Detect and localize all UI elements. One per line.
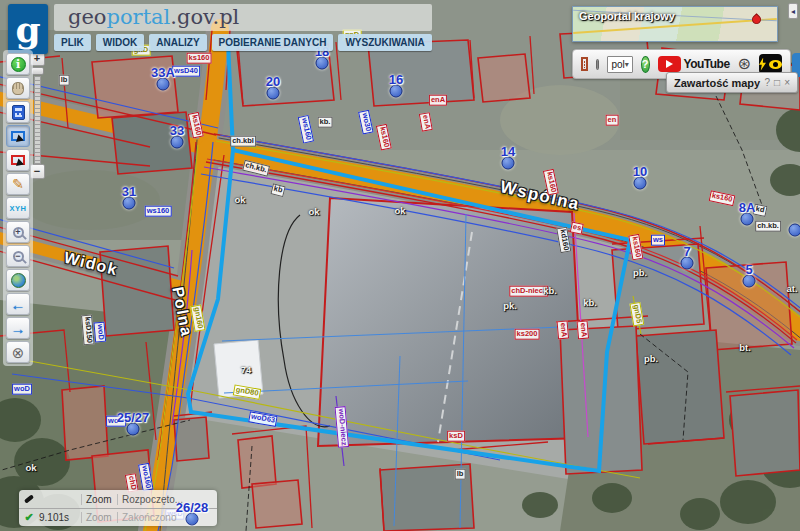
contrast-toggle[interactable] — [759, 54, 782, 74]
arrow-right-icon: → — [11, 321, 26, 336]
map-toolbar: i✎XYH+−←→⊗ — [3, 50, 33, 366]
select-rectangle-red-icon — [11, 155, 25, 165]
status-row-running: ZoomRozpoczęto... — [19, 490, 217, 508]
overview-map[interactable]: Geoportal krajowy — [572, 6, 778, 42]
pan-tool[interactable] — [6, 77, 30, 99]
title-govpl: .gov.pl — [170, 5, 239, 29]
overview-collapse-button[interactable]: ◂ — [788, 3, 798, 19]
youtube-link[interactable]: YouTube — [658, 56, 730, 72]
status-message: Zakończono — [117, 512, 217, 523]
settings-wheel-icon[interactable]: ⊛ — [738, 56, 751, 72]
menu-item-wyszukiwania[interactable]: WYSZUKIWANIA — [338, 34, 431, 51]
eye-icon — [769, 60, 782, 69]
title-geo: geo — [68, 5, 107, 29]
previous-view-tool[interactable]: ← — [6, 293, 30, 315]
attribute-table-icon — [12, 105, 25, 120]
globe-icon — [11, 273, 26, 288]
pencil-icon: ✎ — [12, 177, 24, 191]
select-red-rect-tool[interactable] — [6, 149, 30, 171]
panel-controls: ? □ × — [765, 77, 790, 88]
site-title: geoportal.gov.pl — [54, 4, 432, 31]
check-icon: ✔ — [24, 511, 33, 524]
xyh-coordinates-icon: XYH — [10, 204, 27, 213]
close-circle-icon: ⊗ — [12, 345, 25, 360]
map-contents-panel[interactable]: Zawartość mapy ? □ × — [666, 72, 798, 93]
language-select[interactable]: pol▾ — [607, 56, 632, 73]
process-icon — [24, 494, 34, 503]
menu-item-widok[interactable]: WIDOK — [96, 34, 144, 51]
select-rect-tool[interactable] — [6, 125, 30, 147]
menu-item-pobieranie-danych[interactable]: POBIERANIE DANYCH — [212, 34, 334, 51]
help-button[interactable]: ? — [641, 56, 650, 73]
zoom-slider-track[interactable] — [34, 76, 41, 164]
main-menu: PLIKWIDOKANALIZYPOBIERANIE DANYCHWYSZUKI… — [54, 34, 432, 51]
next-view-tool[interactable]: → — [6, 317, 30, 339]
magnifier-minus-icon: − — [13, 251, 24, 262]
status-action: Zoom — [81, 494, 117, 505]
location-pin-icon — [750, 13, 763, 26]
select-rectangle-icon — [11, 131, 25, 141]
draw-measure-tool[interactable]: ✎ — [6, 173, 30, 195]
status-action: Zoom — [81, 512, 117, 523]
panel-help-icon[interactable]: ? — [765, 77, 771, 88]
full-extent-tool[interactable] — [6, 269, 30, 291]
header: g geoportal.gov.pl PLIKWIDOKANALIZYPOBIE… — [8, 4, 432, 54]
menu-item-plik[interactable]: PLIK — [54, 34, 91, 51]
geoportal-app: WspólnaWidokPolnawsD40ks160gnDgnDlbws160… — [0, 0, 800, 531]
geoportal-logo[interactable]: g — [8, 4, 48, 54]
chevron-down-icon: ▾ — [625, 60, 629, 69]
lightning-icon — [759, 58, 766, 71]
info-icon: i — [11, 57, 26, 72]
info-tool[interactable]: i — [6, 53, 30, 75]
status-duration: 9.101s — [39, 512, 81, 523]
youtube-label: YouTube — [684, 57, 730, 71]
status-row-done: ✔9.101sZoomZakończono — [19, 508, 217, 526]
status-message: Rozpoczęto... — [117, 494, 217, 505]
language-value: pol — [611, 59, 624, 70]
zoom-out-tool[interactable]: − — [6, 245, 30, 267]
arrow-left-icon: ← — [11, 297, 26, 312]
attribute-table-tool[interactable] — [6, 101, 30, 123]
keyboard-icon[interactable] — [596, 59, 600, 70]
hand-icon — [12, 82, 24, 95]
magnifier-plus-icon: + — [13, 227, 24, 238]
menu-item-analizy[interactable]: ANALIZY — [149, 34, 206, 51]
map-contents-title: Zawartość mapy — [674, 77, 765, 89]
title-portal: portal — [107, 5, 171, 29]
clear-selection-tool[interactable]: ⊗ — [6, 341, 30, 363]
list-icon[interactable] — [581, 57, 588, 71]
panel-maximize-icon[interactable]: □ — [774, 77, 780, 88]
youtube-play-icon — [658, 56, 681, 72]
status-panel: ZoomRozpoczęto...✔9.101sZoomZakończono — [19, 490, 217, 526]
coordinates-xyh-tool[interactable]: XYH — [6, 197, 30, 219]
panel-close-icon[interactable]: × — [784, 77, 790, 88]
overview-title: Geoportal krajowy — [579, 10, 675, 22]
zoom-in-tool[interactable]: + — [6, 221, 30, 243]
